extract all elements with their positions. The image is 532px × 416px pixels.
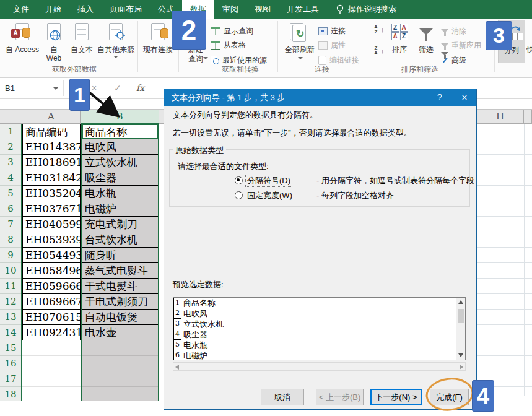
cell-a9[interactable]: EH054493 [22,248,81,263]
fixed-width-radio-label[interactable]: 固定宽度(W) [246,190,294,201]
preview-vertical-scrollbar[interactable] [456,298,465,360]
column-header-a[interactable]: A [22,110,81,124]
cell-a12[interactable]: EH069667 [22,294,81,310]
preview-horizontal-scrollbar[interactable] [173,362,466,371]
cell-b6[interactable]: 电磁炉 [82,201,158,217]
tab-developer[interactable]: 开发工具 [279,0,327,19]
cell-a17[interactable] [22,371,81,387]
cell-a4[interactable]: EH031842 [22,170,81,186]
row-header[interactable]: 8 [0,232,21,248]
group-label-get-external-data: 获取外部数据 [12,64,136,75]
show-queries-button[interactable]: 显示查询 [211,25,253,37]
cell-b4[interactable]: 吸尘器 [82,170,158,186]
row-header[interactable]: 11 [0,279,21,294]
cancel-entry-icon[interactable]: × [92,78,97,98]
next-button[interactable]: 下一步(N) > [370,389,422,405]
cell-b5[interactable]: 电水瓶 [82,186,158,201]
reapply-filter-button[interactable]: 重新应用 [441,39,481,51]
dialog-help-button[interactable]: ? [430,89,449,106]
row-header[interactable]: 16 [0,356,21,371]
cell-b7[interactable]: 充电式剃刀 [82,217,158,232]
existing-connections-button[interactable]: 现有连接 [140,19,176,76]
data-preview-box[interactable]: 1商品名称 2电吹风 3立式饮水机 4吸尘器 5电水瓶 6电磁炉 [173,297,466,360]
row-header[interactable]: 13 [0,310,21,325]
cell-a5[interactable]: EH035204 [22,186,81,201]
cell-b13[interactable]: 自动电饭煲 [82,310,158,325]
cell-a14[interactable]: EH092431 [22,325,81,340]
cell-b14[interactable]: 电水壶 [82,325,158,340]
cell-b1-active[interactable]: 商品名称 [82,124,158,139]
row-header[interactable]: 9 [0,248,21,263]
name-box-dropdown-icon[interactable] [53,87,58,90]
row-header[interactable]: 6 [0,201,21,217]
tab-page-layout[interactable]: 页面布局 [102,0,150,19]
scroll-left-icon[interactable] [175,365,179,370]
clear-filter-button[interactable]: 清除 [441,25,466,37]
cell-b9[interactable]: 随身听 [82,248,158,263]
cell-a11[interactable]: EH059666 [22,279,81,294]
cell-b12[interactable]: 干电式剃须刀 [82,294,158,310]
delimited-radio[interactable] [235,176,243,184]
from-table-button[interactable]: 从表格 [211,39,246,51]
row-header[interactable]: 18 [0,387,21,401]
cell-b15[interactable] [82,340,158,356]
row-header[interactable]: 4 [0,170,21,186]
cell-b11[interactable]: 干式电熨斗 [82,279,158,294]
sort-descending-button[interactable]: ZA ↓ [374,45,384,57]
cell-a15[interactable] [22,340,81,356]
cell-b16[interactable] [82,356,158,371]
scrollbar-thumb[interactable] [458,309,464,323]
row-header[interactable]: 17 [0,371,21,387]
cell-a16[interactable] [22,356,81,371]
scroll-up-icon[interactable] [458,300,463,304]
properties-button[interactable]: 属性 [318,39,346,51]
dialog-close-button[interactable]: × [455,89,474,106]
cell-a10[interactable]: EH058496 [22,263,81,279]
cell-a7[interactable]: EH040599 [22,217,81,232]
tab-file[interactable]: 文件 [5,0,37,19]
cell-b8[interactable]: 台式饮水机 [82,232,158,248]
column-header-b[interactable]: B [81,110,159,124]
cell-a2[interactable]: EH014387 [22,139,81,155]
cell-b3[interactable]: 立式饮水机 [82,155,158,170]
cell-a18[interactable] [22,387,81,401]
tab-insert[interactable]: 插入 [69,0,102,19]
tab-review[interactable]: 审阅 [214,0,246,19]
row-header[interactable]: 7 [0,217,21,232]
cell-a8[interactable]: EH053939 [22,232,81,248]
name-box[interactable]: B1 [5,78,15,98]
row-header[interactable]: 14 [0,325,21,340]
cancel-button[interactable]: 取消 [261,389,304,405]
cell-b10[interactable]: 蒸气式电熨斗 [82,263,158,279]
cell-b2[interactable]: 电吹风 [82,139,158,155]
connections-button[interactable]: 连接 [318,25,346,37]
row-header[interactable]: 3 [0,155,21,170]
delimited-radio-label[interactable]: 分隔符号(D) [246,175,292,186]
row-header[interactable]: 2 [0,139,21,155]
row-header[interactable]: 12 [0,294,21,310]
confirm-entry-icon[interactable]: ✓ [114,78,121,98]
row-header[interactable]: 15 [0,340,21,356]
scroll-down-icon[interactable] [458,353,463,357]
row-header[interactable]: 5 [0,186,21,201]
cell-a1[interactable]: 商品编码 [22,124,81,139]
insert-function-icon[interactable]: fx [136,78,144,98]
cell-b18[interactable] [82,387,158,401]
cell-a3[interactable]: EH018691 [22,155,81,170]
row-header[interactable]: 1 [0,124,21,139]
dialog-title-bar[interactable]: 文本分列向导 - 第 1 步，共 3 步 [164,89,476,106]
cell-a6[interactable]: EH037671 [22,201,81,217]
cell-b17[interactable] [82,371,158,387]
row-header[interactable]: 10 [0,263,21,279]
column-header-partial[interactable] [524,110,532,124]
tab-home[interactable]: 开始 [37,0,69,19]
tab-view[interactable]: 视图 [246,0,279,19]
tell-me-search[interactable]: 操作说明搜索 [336,0,396,19]
back-button[interactable]: < 上一步(B) [316,389,364,405]
fixed-width-radio[interactable] [235,191,243,199]
cell-a13[interactable]: EH070615 [22,310,81,325]
column-header-h[interactable]: H [477,110,524,124]
sort-ascending-button[interactable]: AZ ↓ [374,24,384,36]
scroll-right-icon[interactable] [460,365,463,370]
finish-button[interactable]: 完成(F) [430,389,469,405]
